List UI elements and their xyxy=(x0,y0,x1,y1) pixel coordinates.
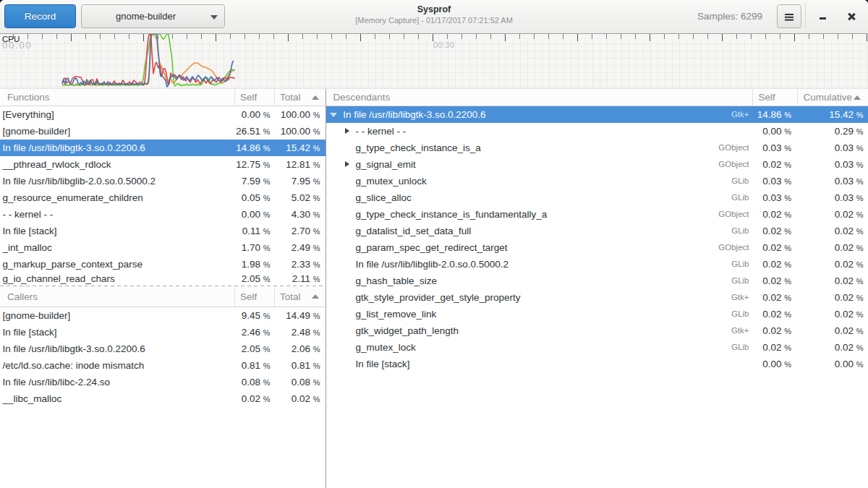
svg-text:00:30: 00:30 xyxy=(433,40,455,49)
svg-text:00:00: 00:00 xyxy=(2,40,33,51)
